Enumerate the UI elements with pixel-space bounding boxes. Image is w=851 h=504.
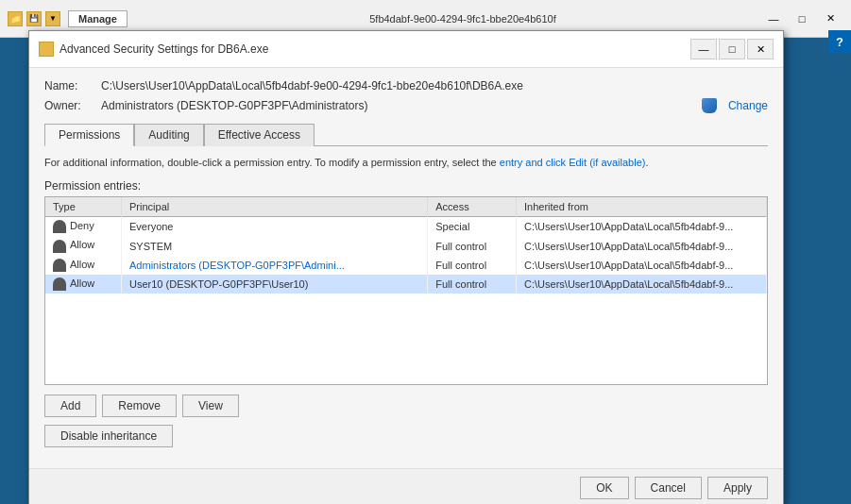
cell-access: Full control: [428, 275, 517, 294]
col-principal: Principal: [122, 197, 428, 217]
cell-principal: SYSTEM: [122, 236, 428, 255]
dialog-close-button[interactable]: ✕: [747, 39, 774, 59]
cell-inherited: C:\Users\User10\AppData\Local\5fb4dabf-9…: [517, 275, 767, 294]
name-row: Name: C:\Users\User10\AppData\Local\5fb4…: [44, 79, 768, 92]
disable-inheritance-row: Disable inheritance: [44, 425, 768, 447]
cell-type: Allow: [45, 236, 122, 255]
add-button[interactable]: Add: [44, 395, 96, 417]
bottom-buttons-row: OK Cancel Apply: [29, 468, 783, 504]
tabs-container: Permissions Auditing Effective Access: [44, 123, 768, 146]
permissions-tab-content: For additional information, double-click…: [44, 146, 768, 457]
dialog-maximize-button[interactable]: □: [719, 39, 745, 59]
help-button[interactable]: ?: [828, 30, 851, 53]
outer-maximize-button[interactable]: □: [789, 8, 815, 30]
cell-type: Allow: [45, 275, 122, 294]
tab-auditing[interactable]: Auditing: [134, 124, 203, 146]
folder-icon: 📁: [8, 11, 23, 26]
owner-value: Administrators (DESKTOP-G0PF3PF\Administ…: [101, 99, 702, 112]
tab-effective-access[interactable]: Effective Access: [204, 124, 315, 146]
users-icon: [53, 220, 66, 233]
table-row[interactable]: AllowUser10 (DESKTOP-G0PF3PF\User10)Full…: [45, 275, 767, 294]
name-label: Name:: [44, 79, 101, 92]
permission-entries-table: Type Principal Access Inherited from Den…: [45, 197, 767, 293]
permissions-info-text: For additional information, double-click…: [44, 156, 768, 170]
outer-window-icons: 📁 💾 ▼: [8, 11, 60, 26]
permission-entries-table-container[interactable]: Type Principal Access Inherited from Den…: [44, 196, 768, 385]
owner-label: Owner:: [44, 99, 101, 112]
permission-entries-label: Permission entries:: [44, 179, 768, 193]
dialog-win-controls: — □ ✕: [690, 39, 774, 59]
table-row[interactable]: DenyEveryoneSpecialC:\Users\User10\AppDa…: [45, 217, 767, 237]
cell-principal: Administrators (DESKTOP-G0PF3PF\Admini..…: [122, 256, 428, 275]
cancel-button[interactable]: Cancel: [635, 477, 702, 499]
remove-button[interactable]: Remove: [102, 395, 177, 417]
save-icon: 💾: [26, 11, 42, 26]
advanced-security-dialog: Advanced Security Settings for DB6A.exe …: [28, 30, 784, 504]
table-row[interactable]: AllowAdministrators (DESKTOP-G0PF3PF\Adm…: [45, 256, 767, 275]
table-header-row: Type Principal Access Inherited from: [45, 197, 767, 217]
ok-button[interactable]: OK: [580, 477, 628, 499]
change-link[interactable]: Change: [728, 99, 768, 112]
table-row[interactable]: AllowSYSTEMFull controlC:\Users\User10\A…: [45, 236, 767, 255]
cell-inherited: C:\Users\User10\AppData\Local\5fb4dabf-9…: [517, 256, 767, 275]
owner-row: Owner: Administrators (DESKTOP-G0PF3PF\A…: [44, 98, 768, 113]
outer-close-button[interactable]: ✕: [817, 8, 843, 30]
cell-type: Allow: [45, 256, 122, 275]
action-buttons-row: Add Remove View: [44, 395, 768, 417]
dialog-minimize-button[interactable]: —: [690, 39, 717, 59]
col-type: Type: [45, 197, 122, 217]
outer-minimize-button[interactable]: —: [760, 8, 787, 30]
apply-button[interactable]: Apply: [707, 477, 768, 499]
manage-tab[interactable]: Manage: [68, 10, 128, 27]
dialog-titlebar: Advanced Security Settings for DB6A.exe …: [29, 31, 783, 68]
shield-icon: [702, 98, 717, 113]
entry-link[interactable]: entry and click Edit (if available): [500, 157, 646, 168]
outer-window-title: 5fb4dabf-9e00-4294-9fc1-bbe20e4b610f: [165, 13, 760, 25]
cell-type: Deny: [45, 217, 122, 237]
dialog-body: Name: C:\Users\User10\AppData\Local\5fb4…: [29, 68, 783, 468]
user-icon: [53, 277, 66, 291]
tab-permissions[interactable]: Permissions: [44, 124, 134, 146]
users-icon: [53, 259, 66, 272]
cell-access: Full control: [428, 236, 517, 255]
dialog-title-left: Advanced Security Settings for DB6A.exe: [39, 42, 268, 57]
dialog-title-text: Advanced Security Settings for DB6A.exe: [60, 42, 268, 56]
name-value: C:\Users\User10\AppData\Local\5fb4dabf-9…: [101, 79, 768, 92]
cell-inherited: C:\Users\User10\AppData\Local\5fb4dabf-9…: [517, 217, 767, 237]
cell-access: Special: [428, 217, 517, 237]
col-access: Access: [428, 197, 517, 217]
cell-principal: Everyone: [122, 217, 428, 237]
outer-window-controls: — □ ✕: [760, 8, 843, 30]
users-icon: [53, 240, 66, 253]
cell-principal: User10 (DESKTOP-G0PF3PF\User10): [122, 275, 428, 294]
col-inherited: Inherited from: [517, 197, 767, 217]
cell-inherited: C:\Users\User10\AppData\Local\5fb4dabf-9…: [517, 236, 767, 255]
view-button[interactable]: View: [182, 395, 239, 417]
menu-icon: ▼: [45, 11, 60, 26]
disable-inheritance-button[interactable]: Disable inheritance: [44, 425, 173, 447]
cell-access: Full control: [428, 256, 517, 275]
dialog-icon: [39, 42, 54, 57]
